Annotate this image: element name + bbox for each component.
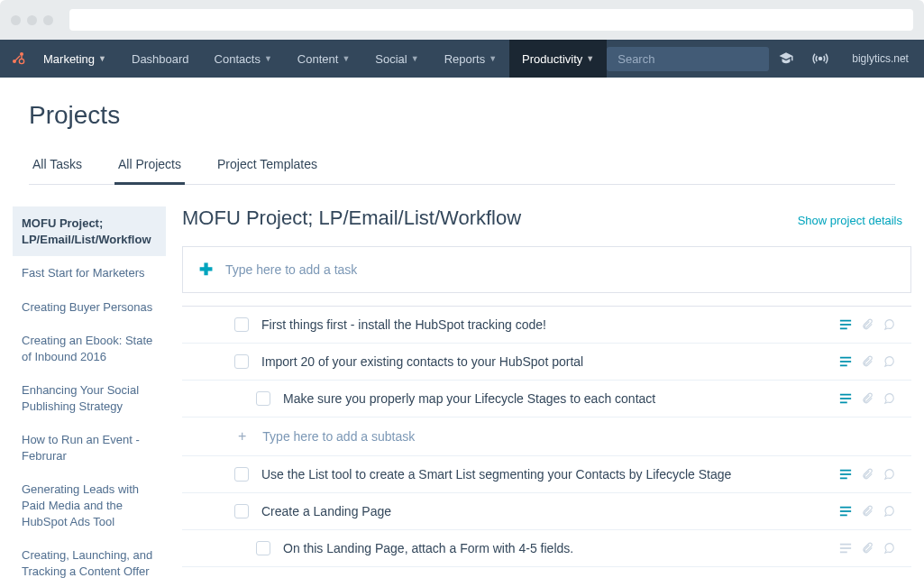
- plus-icon: ✚: [199, 261, 213, 278]
- comment-icon[interactable]: [883, 542, 895, 555]
- svg-rect-13: [840, 398, 851, 399]
- svg-rect-10: [840, 361, 851, 362]
- comment-icon[interactable]: [883, 355, 895, 368]
- task-checkbox[interactable]: [256, 391, 270, 406]
- svg-point-5: [819, 58, 822, 60]
- task-actions: [839, 542, 902, 555]
- minimize-window-icon[interactable]: [27, 15, 37, 25]
- tabs: All Tasks All Projects Project Templates: [29, 148, 895, 185]
- task-row[interactable]: First things first - install the HubSpot…: [182, 306, 911, 343]
- task-row[interactable]: Create a Landing Page: [182, 492, 911, 529]
- nav-content[interactable]: Content▼: [285, 40, 362, 78]
- tab-project-templates[interactable]: Project Templates: [214, 148, 321, 185]
- svg-rect-20: [840, 515, 847, 517]
- sidebar-item[interactable]: How to Run an Event - Februrar: [13, 423, 166, 472]
- task-checkbox[interactable]: [256, 541, 270, 555]
- url-bar[interactable]: [69, 9, 913, 31]
- attachment-icon[interactable]: [861, 318, 874, 331]
- hubspot-logo-icon[interactable]: [11, 50, 25, 68]
- task-checkbox[interactable]: [234, 504, 249, 518]
- nav-dashboard[interactable]: Dashboard: [119, 40, 202, 78]
- description-icon[interactable]: [839, 505, 852, 518]
- attachment-icon[interactable]: [861, 542, 874, 555]
- svg-line-3: [15, 56, 20, 60]
- comment-icon[interactable]: [883, 392, 895, 405]
- svg-rect-8: [840, 328, 847, 330]
- sidebar-item[interactable]: Fast Start for Marketers: [13, 256, 166, 290]
- description-icon[interactable]: [839, 542, 852, 555]
- task-row[interactable]: Use the List tool to create a Smart List…: [182, 455, 911, 492]
- description-icon[interactable]: [839, 318, 852, 331]
- nav-marketing[interactable]: Marketing ▼: [31, 40, 119, 78]
- maximize-window-icon[interactable]: [43, 15, 53, 25]
- task-row[interactable]: Import 20 of your existing contacts to y…: [182, 343, 911, 380]
- add-task-row[interactable]: ✚ Type here to add a task: [182, 246, 911, 293]
- add-task-placeholder: Type here to add a task: [225, 262, 357, 277]
- description-icon[interactable]: [839, 355, 852, 368]
- svg-rect-17: [840, 478, 847, 480]
- academy-icon[interactable]: [769, 50, 803, 67]
- task-text: Import 20 of your existing contacts to y…: [261, 354, 839, 369]
- chevron-down-icon: ▼: [489, 54, 497, 63]
- add-subtask-row[interactable]: +Type here to add a subtask: [182, 566, 911, 578]
- broadcast-icon[interactable]: [803, 50, 837, 67]
- tab-all-tasks[interactable]: All Tasks: [29, 148, 86, 185]
- chevron-down-icon: ▼: [98, 54, 106, 63]
- task-actions: [839, 355, 902, 368]
- svg-rect-15: [840, 470, 851, 472]
- nav-contacts[interactable]: Contacts▼: [202, 40, 285, 78]
- task-actions: [839, 505, 902, 518]
- task-actions: [839, 392, 902, 405]
- attachment-icon[interactable]: [861, 505, 874, 518]
- nav-reports[interactable]: Reports▼: [432, 40, 509, 78]
- comment-icon[interactable]: [883, 318, 895, 331]
- task-row[interactable]: On this Landing Page, attach a Form with…: [182, 529, 911, 566]
- sidebar-item[interactable]: Creating, Launching, and Tracking a Cont…: [13, 538, 166, 578]
- nav-productivity[interactable]: Productivity▼: [509, 40, 607, 78]
- close-window-icon[interactable]: [11, 15, 21, 25]
- svg-rect-7: [840, 324, 851, 326]
- page-title: Projects: [29, 101, 895, 130]
- sidebar-item[interactable]: Enhancing Your Social Publishing Strateg…: [13, 373, 166, 423]
- show-details-link[interactable]: Show project details: [798, 214, 902, 227]
- attachment-icon[interactable]: [861, 392, 874, 405]
- domain-label[interactable]: biglytics.net: [852, 52, 909, 65]
- task-checkbox[interactable]: [234, 354, 249, 369]
- svg-rect-16: [840, 473, 851, 475]
- search-input[interactable]: [607, 47, 769, 71]
- nav-social[interactable]: Social▼: [362, 40, 431, 78]
- task-text: Create a Landing Page: [261, 504, 839, 518]
- sidebar-item[interactable]: Creating Buyer Personas: [13, 290, 166, 325]
- svg-rect-19: [840, 510, 851, 512]
- content: MOFU Project; LP/Email/List/Workflow Sho…: [182, 206, 911, 578]
- traffic-lights: [11, 15, 53, 25]
- page-header: Projects All Tasks All Projects Project …: [0, 78, 924, 185]
- task-actions: [839, 468, 902, 481]
- task-checkbox[interactable]: [234, 467, 249, 482]
- svg-rect-11: [840, 365, 847, 367]
- svg-rect-18: [840, 507, 851, 509]
- browser-chrome: [0, 0, 924, 40]
- svg-rect-21: [840, 544, 851, 546]
- sidebar-item[interactable]: Generating Leads with Paid Media and the…: [13, 472, 166, 538]
- task-checkbox[interactable]: [234, 317, 249, 332]
- task-row[interactable]: Make sure you properly map your Lifecycl…: [182, 380, 911, 417]
- task-actions: [839, 318, 902, 331]
- comment-icon[interactable]: [883, 468, 895, 481]
- sidebar-item[interactable]: MOFU Project; LP/Email/List/Workflow: [13, 206, 166, 256]
- top-nav: Marketing ▼ Dashboard Contacts▼ Content▼…: [0, 40, 924, 78]
- add-subtask-row[interactable]: +Type here to add a subtask: [182, 417, 911, 455]
- chevron-down-icon: ▼: [264, 54, 272, 63]
- comment-icon[interactable]: [883, 505, 895, 518]
- sidebar-item[interactable]: Creating an Ebook: State of Inbound 2016: [13, 324, 166, 373]
- svg-point-2: [19, 59, 23, 63]
- task-text: On this Landing Page, attach a Form with…: [283, 541, 839, 555]
- tab-all-projects[interactable]: All Projects: [114, 148, 185, 185]
- description-icon[interactable]: [839, 392, 852, 405]
- svg-rect-22: [840, 547, 851, 549]
- chevron-down-icon: ▼: [411, 54, 419, 63]
- attachment-icon[interactable]: [861, 355, 874, 368]
- description-icon[interactable]: [839, 468, 852, 481]
- attachment-icon[interactable]: [861, 468, 874, 481]
- svg-rect-12: [840, 394, 851, 396]
